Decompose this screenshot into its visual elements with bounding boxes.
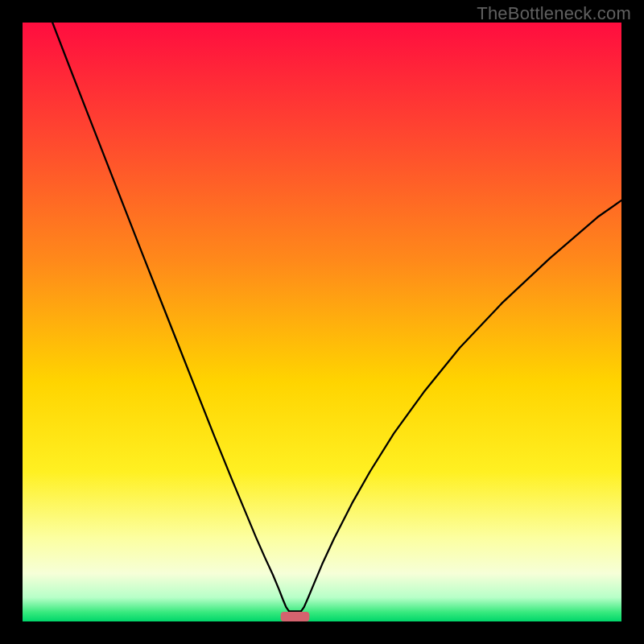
chart-frame: TheBottleneck.com (0, 0, 644, 644)
plot-area (23, 23, 621, 621)
chart-svg (23, 23, 621, 621)
watermark-text: TheBottleneck.com (477, 3, 631, 24)
min-marker (281, 612, 310, 621)
gradient-background (23, 23, 621, 621)
